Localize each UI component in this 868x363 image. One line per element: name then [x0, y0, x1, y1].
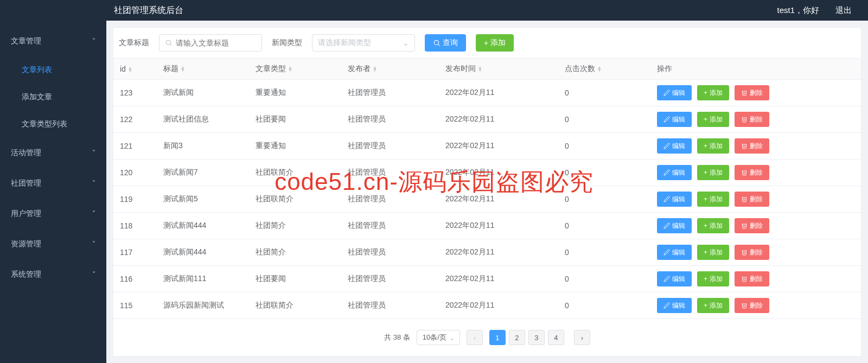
sort-icon: ▲▼ [478, 66, 482, 72]
menu-sub-item[interactable]: 文章列表 [0, 56, 106, 84]
cell-ops: 编辑+添加删除 [650, 186, 861, 213]
table-row: 117测试新闻444社团简介社团管理员2022年02月110编辑+添加删除 [113, 239, 861, 266]
page-size-select[interactable]: 10条/页 [417, 330, 460, 345]
row-add-button[interactable]: +添加 [697, 192, 729, 207]
cell-publisher: 社团管理员 [341, 106, 439, 133]
trash-icon [741, 302, 748, 309]
row-add-button[interactable]: +添加 [697, 218, 729, 233]
col-header-type[interactable]: 文章类型▲▼ [249, 59, 341, 80]
delete-button[interactable]: 删除 [735, 298, 769, 313]
user-greeting[interactable]: test1，你好 [777, 5, 819, 16]
col-header-ops[interactable]: 操作 [650, 59, 861, 80]
col-header-time[interactable]: 发布时间▲▼ [439, 59, 558, 80]
cell-ops: 编辑+添加删除 [650, 80, 861, 106]
logout-link[interactable]: 退出 [835, 5, 852, 16]
cell-type: 社团简介 [249, 213, 341, 239]
table-row: 119测试新闻5社团联简介社团管理员2022年02月110编辑+添加删除 [113, 186, 861, 213]
row-add-button[interactable]: +添加 [697, 138, 729, 154]
menu-sub-item[interactable]: 添加文章 [0, 84, 106, 111]
col-header-clicks[interactable]: 点击次数▲▼ [558, 59, 650, 80]
edit-button[interactable]: 编辑 [657, 165, 692, 180]
menu-group[interactable]: 系统管理˅ [0, 259, 106, 290]
plus-icon: + [704, 249, 707, 256]
sort-icon: ▲▼ [597, 66, 602, 72]
cell-publisher: 社团管理员 [341, 266, 439, 292]
filter-title-input[interactable] [176, 35, 256, 51]
cell-id: 122 [113, 106, 157, 133]
delete-button[interactable]: 删除 [735, 85, 769, 100]
cell-ops: 编辑+添加删除 [650, 133, 861, 160]
delete-button[interactable]: 删除 [735, 245, 769, 260]
sort-icon: ▲▼ [181, 66, 185, 72]
filter-title-input-wrap[interactable] [159, 34, 262, 52]
row-add-button[interactable]: +添加 [697, 271, 729, 286]
row-add-button[interactable]: +添加 [697, 298, 729, 313]
menu-group[interactable]: 用户管理˅ [0, 199, 106, 229]
table-row: 115源码乐园新闻测试社团联简介社团管理员2022年02月110编辑+添加删除 [113, 292, 861, 319]
chevron-down-icon: ⌄ [403, 39, 409, 47]
page-next[interactable]: › [574, 330, 590, 345]
page-number[interactable]: 3 [528, 330, 545, 345]
row-add-button[interactable]: +添加 [697, 112, 729, 127]
delete-button[interactable]: 删除 [735, 112, 769, 127]
pagination: 共 38 条 10条/页 ‹ 1234 › [113, 322, 861, 356]
cell-clicks: 0 [558, 266, 650, 292]
edit-icon [663, 169, 670, 176]
edit-button[interactable]: 编辑 [657, 298, 692, 313]
cell-publisher: 社团管理员 [341, 80, 439, 106]
chevron-down-icon: ˅ [92, 180, 95, 187]
menu-sub-item[interactable]: 文章类型列表 [0, 111, 106, 138]
menu-group[interactable]: 文章管理˄ [0, 26, 106, 56]
plus-icon: + [704, 89, 707, 97]
edit-icon [663, 196, 670, 202]
edit-button[interactable]: 编辑 [657, 138, 692, 154]
menu-group-label: 系统管理 [11, 270, 41, 279]
cell-title: 测试新闻7 [157, 160, 249, 186]
menu-group[interactable]: 活动管理˅ [0, 138, 106, 168]
edit-button[interactable]: 编辑 [657, 271, 692, 286]
row-add-button[interactable]: +添加 [697, 85, 729, 100]
filter-type-select[interactable]: 请选择新闻类型 ⌄ [312, 34, 415, 52]
menu-group-label: 用户管理 [11, 209, 41, 219]
delete-button[interactable]: 删除 [735, 271, 769, 286]
delete-button[interactable]: 删除 [735, 138, 769, 154]
search-button[interactable]: 查询 [425, 34, 466, 52]
table-scroll[interactable]: id▲▼标题▲▼文章类型▲▼发布者▲▼发布时间▲▼点击次数▲▼操作 123测试新… [113, 58, 861, 322]
cell-time: 2022年02月11 [439, 292, 558, 319]
row-add-button[interactable]: +添加 [697, 245, 729, 260]
col-header-id[interactable]: id▲▼ [113, 59, 157, 80]
cell-title: 测试新闻111 [157, 266, 249, 292]
page-prev[interactable]: ‹ [467, 330, 483, 345]
menu-group[interactable]: 社团管理˅ [0, 168, 106, 199]
cell-clicks: 0 [558, 186, 650, 213]
col-header-title[interactable]: 标题▲▼ [157, 59, 249, 80]
cell-title: 测试新闻444 [157, 213, 249, 239]
svg-line-3 [438, 44, 440, 46]
delete-button[interactable]: 删除 [735, 165, 769, 180]
filter-title-label: 文章标题 [119, 38, 149, 48]
page-number[interactable]: 2 [509, 330, 525, 345]
plus-icon: + [704, 302, 707, 309]
app-title: 社团管理系统后台 [114, 5, 183, 16]
row-add-button[interactable]: +添加 [697, 165, 729, 180]
cell-id: 121 [113, 133, 157, 160]
edit-button[interactable]: 编辑 [657, 218, 692, 233]
menu-group[interactable]: 资源管理˅ [0, 229, 106, 259]
search-icon [165, 39, 173, 47]
edit-icon [663, 116, 670, 123]
edit-button[interactable]: 编辑 [657, 112, 692, 127]
trash-icon [741, 90, 748, 96]
edit-button[interactable]: 编辑 [657, 245, 692, 260]
page-number[interactable]: 4 [548, 330, 564, 345]
delete-button[interactable]: 删除 [735, 192, 769, 207]
delete-button[interactable]: 删除 [735, 218, 769, 233]
filter-bar: 文章标题 新闻类型 请选择新闻类型 ⌄ 查询 + [113, 28, 861, 58]
col-header-publisher[interactable]: 发布者▲▼ [341, 59, 439, 80]
edit-button[interactable]: 编辑 [657, 192, 692, 207]
cell-id: 116 [113, 266, 157, 292]
add-button[interactable]: + 添加 [476, 34, 514, 52]
edit-icon [663, 143, 670, 149]
sort-icon: ▲▼ [373, 66, 377, 72]
edit-button[interactable]: 编辑 [657, 85, 692, 100]
page-number[interactable]: 1 [489, 330, 506, 345]
